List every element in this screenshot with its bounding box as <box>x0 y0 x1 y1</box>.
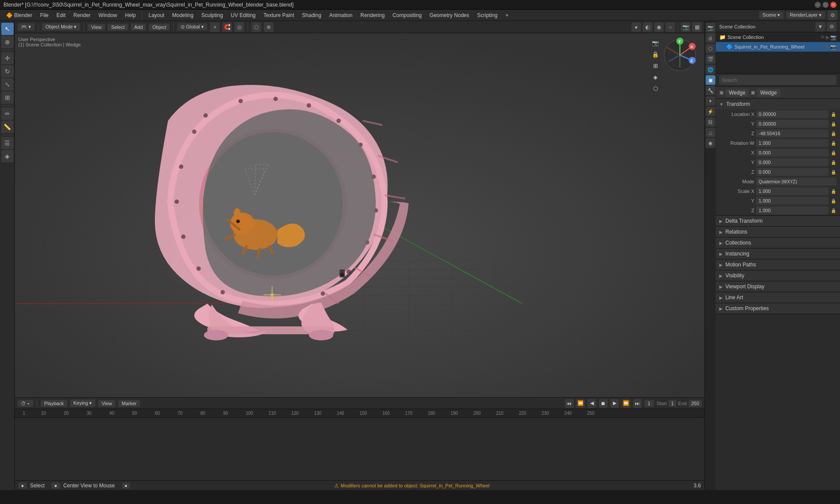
rotation-z-lock[interactable]: 🔒 <box>830 169 836 175</box>
location-z-lock[interactable]: 🔒 <box>830 130 836 136</box>
snap-icon[interactable]: 🧲 <box>222 22 232 32</box>
object-subname-field[interactable]: Wedge <box>757 89 780 97</box>
custom-properties-header[interactable]: ▶ Custom Properties <box>716 303 840 314</box>
relations-header[interactable]: ▶ Relations <box>716 227 840 237</box>
global-local-selector[interactable]: ⊙ Global ▾ <box>177 23 207 31</box>
select-menu-button[interactable]: Select <box>108 24 128 31</box>
rotation-w-value[interactable]: 1.000 <box>756 139 829 147</box>
rotate-tool-button[interactable]: ↻ <box>1 65 14 77</box>
proportional-edit-icon[interactable]: ◎ <box>234 22 244 32</box>
add-tool-button[interactable]: ☰ <box>1 137 14 149</box>
location-x-lock[interactable]: 🔒 <box>830 111 836 117</box>
props-search-input[interactable] <box>719 75 836 85</box>
mode-selector[interactable]: Object Mode ▾ <box>42 23 80 31</box>
timeline-keying-menu[interactable]: Keying ▾ <box>70 399 96 407</box>
scale-z-value[interactable]: 1.000 <box>756 206 829 214</box>
object-name-field[interactable]: Wedge <box>725 89 749 97</box>
global-settings-icon[interactable]: ⚙ <box>828 10 837 20</box>
annotate-tool-button[interactable]: ✏ <box>1 108 14 120</box>
jump-next-keyframe-button[interactable]: ⏩ <box>622 399 630 408</box>
end-frame-display[interactable]: 250 <box>691 401 699 406</box>
rotation-mode-value[interactable]: Quaternion (WXYZ) <box>756 178 836 186</box>
motion-paths-header[interactable]: ▶ Motion Paths <box>716 259 840 270</box>
navigation-gizmo[interactable]: X Y Z <box>662 38 697 73</box>
lock-camera-button[interactable]: 🔒 <box>650 49 661 60</box>
outliner-filter-icon[interactable]: ▼ <box>816 22 825 32</box>
add-menu-button[interactable]: Add <box>131 24 147 31</box>
editor-type-timeline[interactable]: ⏱ ▾ <box>18 400 33 407</box>
rotation-y-value[interactable]: 0.000 <box>756 158 829 166</box>
scale-y-lock[interactable]: 🔒 <box>830 198 836 204</box>
props-particles-tab[interactable]: ✦ <box>706 96 715 106</box>
object-menu-button[interactable]: Object <box>149 24 170 31</box>
measure-tool-button[interactable]: 📏 <box>1 121 14 133</box>
outliner-settings-icon[interactable]: ⚙ <box>827 22 836 32</box>
menu-scripting[interactable]: Scripting <box>474 11 501 19</box>
render-preview-button[interactable]: ◈ <box>650 72 661 82</box>
rotation-w-lock[interactable]: 🔒 <box>830 140 836 146</box>
extrude-tool-button[interactable]: ◈ <box>1 150 14 162</box>
props-render-tab[interactable]: 📷 <box>706 23 715 32</box>
props-scene-tab[interactable]: 🎬 <box>706 54 715 64</box>
visibility-header[interactable]: ▶ Visibility <box>716 270 840 281</box>
viewport-shading-wireframe[interactable]: ○ <box>665 22 675 32</box>
move-tool-button[interactable]: ✛ <box>1 52 14 64</box>
view-menu-button[interactable]: View <box>88 24 105 31</box>
menu-render[interactable]: Render <box>70 11 94 19</box>
menu-add-workspace[interactable]: + <box>502 11 512 19</box>
viewport-shading-rendered[interactable]: ◉ <box>654 22 664 32</box>
menu-layout[interactable]: Layout <box>145 11 168 19</box>
play-backward-button[interactable]: ◀ <box>588 399 596 408</box>
props-data-tab[interactable]: △ <box>706 128 715 137</box>
jump-prev-keyframe-button[interactable]: ⏪ <box>576 399 585 408</box>
viewport-shading-solid[interactable]: ● <box>631 22 641 32</box>
collections-header[interactable]: ▶ Collections <box>716 238 840 248</box>
transform-orientations-icon[interactable]: ⌖ <box>210 22 220 32</box>
rotation-z-value[interactable]: 0.000 <box>756 168 829 176</box>
props-physics-tab[interactable]: ⚡ <box>706 107 715 116</box>
location-y-lock[interactable]: 🔒 <box>830 121 836 127</box>
select-tool-button[interactable]: ↖ <box>1 23 14 35</box>
viewport-display-header[interactable]: ▶ Viewport Display <box>716 281 840 292</box>
editor-type-button[interactable]: 🎮 ▾ <box>18 23 35 31</box>
menu-uv-editing[interactable]: UV Editing <box>228 11 259 19</box>
viewport-shading-material[interactable]: ◐ <box>643 22 652 32</box>
camera-view-button[interactable]: 📷 <box>650 38 661 48</box>
scene-camera-icon[interactable]: 📷 <box>681 22 690 32</box>
scale-x-value[interactable]: 1.000 <box>756 187 829 195</box>
render-region-icon[interactable]: ▦ <box>692 22 702 32</box>
menu-shading[interactable]: Shading <box>298 11 325 19</box>
menu-compositing[interactable]: Compositing <box>389 11 425 19</box>
timeline-marker-menu[interactable]: Marker <box>118 400 140 407</box>
current-frame-display[interactable]: 1 <box>648 401 651 406</box>
play-forward-button[interactable]: ▶ <box>610 399 619 408</box>
location-z-value[interactable]: -48.50416 <box>756 130 829 137</box>
rotation-x-lock[interactable]: 🔒 <box>830 150 836 156</box>
menu-geometry-nodes[interactable]: Geometry Nodes <box>426 11 473 19</box>
maximize-button[interactable]: □ <box>822 2 829 8</box>
props-modifier-tab[interactable]: 🔧 <box>706 86 715 95</box>
scale-z-lock[interactable]: 🔒 <box>830 207 836 214</box>
rotation-x-value[interactable]: 0.000 <box>756 149 829 157</box>
outliner-wheel-object[interactable]: 🔷 Squirrel_in_Pet_Running_Wheel 👁 ▶ 📷 <box>716 42 840 52</box>
viewport[interactable]: User Perspective (1) Scene Collection | … <box>15 33 704 397</box>
props-world-tab[interactable]: 🌐 <box>706 65 715 74</box>
instancing-header[interactable]: ▶ Instancing <box>716 248 840 259</box>
jump-end-button[interactable]: ⏭ <box>633 399 642 408</box>
props-view-layer-tab[interactable]: ⬡ <box>706 44 715 53</box>
location-x-value[interactable]: 0.00000 <box>756 110 829 118</box>
timeline-playback-menu[interactable]: Playback <box>41 400 67 407</box>
show-gizmo-icon[interactable]: ⊕ <box>264 22 273 32</box>
transform-tool-button[interactable]: ⊞ <box>1 91 14 104</box>
props-material-tab[interactable]: ◉ <box>706 138 715 148</box>
menu-rendering[interactable]: Rendering <box>357 11 388 19</box>
zoom-fit-button[interactable]: ⊞ <box>650 60 661 71</box>
line-art-header[interactable]: ▶ Line Art <box>716 292 840 303</box>
menu-file[interactable]: File <box>37 11 52 19</box>
renderlayer-selector[interactable]: RenderLayer ▾ <box>786 11 825 19</box>
menu-texture-paint[interactable]: Texture Paint <box>260 11 298 19</box>
menu-blender[interactable]: 🔶 Blender <box>3 11 36 19</box>
props-object-tab[interactable]: ▣ <box>706 75 715 85</box>
menu-window[interactable]: Window <box>95 11 121 19</box>
material-override-button[interactable]: ⬡ <box>650 83 661 94</box>
